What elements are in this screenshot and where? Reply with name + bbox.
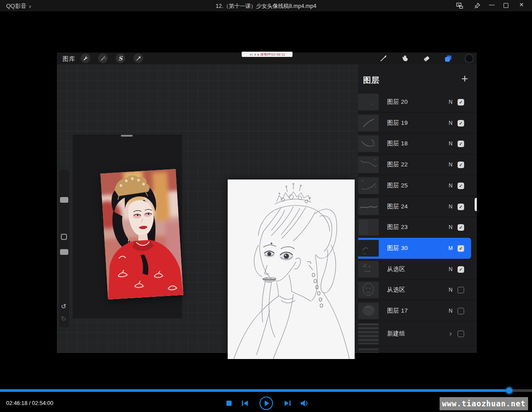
layers-panel-title: 图层	[363, 75, 380, 85]
layer-visibility-checkbox[interactable]: ✓	[458, 287, 464, 293]
layer-name: 图层 30	[387, 238, 408, 259]
layer-row[interactable]: 图层 24 N ✓	[358, 196, 477, 217]
actions-button[interactable]	[81, 53, 90, 63]
layer-visibility-checkbox[interactable]: ✓	[458, 266, 464, 273]
layer-blend-mode[interactable]: N	[447, 154, 454, 175]
add-layer-button[interactable]: +	[462, 73, 468, 84]
gallery-button[interactable]: 图库	[63, 55, 75, 63]
recording-text: 录制中02:46:11	[261, 52, 285, 57]
stop-button[interactable]	[226, 401, 232, 406]
play-button[interactable]	[259, 396, 274, 411]
layer-visibility-checkbox[interactable]: ✓	[458, 162, 464, 168]
layer-name: 图层 24	[387, 196, 408, 217]
reference-drag-handle[interactable]	[121, 135, 133, 137]
check-icon: ✓	[459, 267, 462, 272]
layer-row[interactable]: 图层 18 N ✓	[358, 133, 477, 154]
layer-visibility-checkbox[interactable]: ✓	[458, 99, 464, 106]
layer-thumbnail	[358, 198, 379, 215]
layer-blend-mode[interactable]: N	[447, 300, 454, 321]
layer-blend-mode[interactable]: N	[447, 92, 454, 112]
brush-opacity-slider[interactable]	[60, 249, 68, 255]
color-well-button[interactable]	[465, 54, 474, 63]
smudge-finger-icon	[401, 54, 409, 62]
layers-panel: 图层 + 图层 20 N ✓ 图层 19 N ✓ 图层 18 N ✓	[358, 64, 477, 353]
layer-row[interactable]: 从选区 N ✓	[358, 259, 477, 280]
progress-fill	[0, 389, 509, 392]
layer-blend-mode[interactable]: N	[447, 279, 454, 300]
layer-name: 图层 23	[387, 217, 408, 237]
check-icon: ✓	[459, 204, 462, 209]
progress-bar[interactable]	[0, 389, 532, 392]
close-button[interactable]: ×	[518, 0, 525, 9]
watermark: www.tiaozhuan.net	[440, 397, 528, 410]
brush-tool-button[interactable]	[379, 53, 388, 63]
selection-button[interactable]: S	[116, 53, 125, 63]
layer-thumbnail	[358, 282, 379, 298]
layer-row[interactable]: 图层 20 N ✓	[358, 92, 477, 113]
layer-row-partial[interactable]	[358, 346, 477, 353]
maximize-button[interactable]	[504, 3, 508, 8]
layer-group-row[interactable]: 新建组 › ✓	[358, 321, 477, 346]
recording-indicator: ◄) ♦ ● 录制中02:46:11	[242, 52, 292, 57]
next-button[interactable]	[283, 398, 292, 408]
video-content[interactable]: 图库 S	[57, 53, 477, 353]
progress-handle[interactable]	[506, 387, 512, 394]
layer-blend-mode[interactable]: N	[447, 133, 454, 154]
layers-panel-button[interactable]	[443, 53, 453, 63]
layer-visibility-checkbox[interactable]: ✓	[458, 183, 464, 189]
mini-mode-button[interactable]	[456, 2, 464, 10]
layer-row[interactable]: 图层 23 N ✓	[358, 217, 477, 238]
layer-blend-mode[interactable]: N	[447, 259, 454, 279]
check-icon: ✓	[459, 141, 462, 146]
adjustments-button[interactable]	[98, 53, 108, 63]
check-icon: ✓	[459, 162, 462, 167]
mini-mode-icon	[456, 2, 464, 10]
layer-row[interactable]: 图层 17 N ✓	[358, 300, 477, 321]
layer-visibility-checkbox[interactable]: ✓	[458, 120, 464, 127]
maximize-icon	[504, 3, 508, 8]
layer-visibility-checkbox[interactable]: ✓	[458, 331, 464, 337]
next-icon	[283, 398, 292, 408]
layer-thumbnail	[358, 135, 379, 152]
layer-thumbnail	[358, 177, 379, 194]
redo-icon[interactable]: ↻	[61, 315, 67, 323]
wrench-icon	[83, 56, 88, 61]
group-thumbnail	[358, 324, 379, 344]
previous-button[interactable]	[240, 398, 250, 408]
layer-blend-mode[interactable]: N	[447, 175, 454, 196]
layer-visibility-checkbox[interactable]: ✓	[458, 308, 464, 314]
brush-size-slider[interactable]	[60, 197, 68, 203]
layer-visibility-checkbox[interactable]: ✓	[458, 224, 464, 231]
pin-on-top-button[interactable]	[473, 2, 481, 10]
check-icon: ✓	[459, 225, 462, 230]
layer-thumbnail	[358, 115, 379, 131]
layer-visibility-checkbox[interactable]: ✓	[458, 141, 464, 147]
layer-row[interactable]: 图层 25 N ✓	[358, 175, 477, 196]
transform-button[interactable]	[134, 53, 143, 63]
drawing-canvas[interactable]	[228, 180, 355, 359]
minimize-button[interactable]: —	[488, 1, 496, 8]
modify-button[interactable]	[61, 234, 67, 240]
layer-row[interactable]: 图层 22 N ✓	[358, 154, 477, 175]
layer-visibility-checkbox[interactable]: ✓	[458, 245, 464, 252]
reference-photo	[100, 169, 183, 299]
layer-visibility-checkbox[interactable]: ✓	[458, 204, 464, 210]
volume-icon	[299, 398, 309, 408]
layer-blend-mode[interactable]: N	[447, 217, 454, 237]
pin-icon	[473, 2, 481, 10]
undo-icon[interactable]: ↺	[61, 303, 67, 310]
layer-row-selected[interactable]: 图层 30 M ✓	[358, 238, 471, 259]
reference-panel[interactable]	[73, 134, 182, 318]
layer-blend-mode[interactable]: N	[447, 196, 454, 217]
layer-thumbnail	[358, 261, 379, 278]
eraser-tool-button[interactable]	[422, 53, 431, 63]
chevron-right-icon[interactable]: ›	[447, 321, 454, 346]
layer-row[interactable]: 从选区 N ✓	[358, 279, 477, 300]
layer-blend-mode[interactable]: N	[447, 113, 454, 133]
layer-blend-mode[interactable]: M	[447, 238, 454, 259]
volume-button[interactable]	[299, 398, 309, 408]
layer-row[interactable]: 图层 19 N ✓	[358, 113, 477, 134]
video-title: 12.（第十一课）少女头像线稿8.mp4.mp4	[0, 3, 532, 10]
layer-name: 从选区	[387, 259, 405, 279]
smudge-tool-button[interactable]	[400, 53, 410, 63]
